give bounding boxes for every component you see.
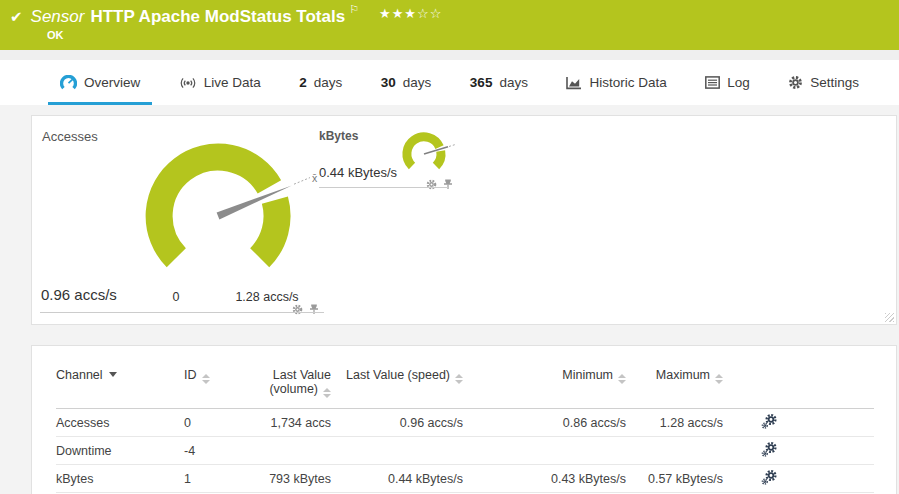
tab-log[interactable]: Log (693, 60, 762, 105)
gauge-settings-icon[interactable] (292, 301, 303, 319)
table-row: Downtime -4 (56, 437, 874, 465)
tab-label: days (314, 75, 343, 90)
gear-icon (788, 75, 803, 90)
gauge-pin-icon[interactable] (443, 176, 453, 194)
accesses-gauge[interactable]: x̄ (108, 116, 348, 316)
flag-icon[interactable]: ⚐ (349, 3, 359, 16)
channel-settings-gears-icon[interactable] (723, 413, 874, 429)
channel-table-panel: Channel ID Last Value (volume) Last Valu… (31, 345, 897, 494)
col-header-minimum[interactable]: Minimum (463, 368, 626, 409)
sort-icon (202, 374, 210, 384)
broadcast-icon (179, 76, 197, 90)
sort-icon (455, 374, 463, 384)
tab-historic-data[interactable]: Historic Data (554, 60, 678, 105)
gauge-settings-icon[interactable] (426, 176, 437, 194)
tab-365-days[interactable]: 365 days (458, 60, 540, 105)
priority-stars[interactable]: ★★★☆☆ (379, 6, 442, 21)
divider (40, 312, 324, 313)
cell-minimum (463, 437, 626, 465)
table-row: kBytes 1 793 kBytes 0.44 kBytes/s 0.43 k… (56, 465, 874, 493)
log-list-icon (705, 76, 720, 89)
tab-label: Historic Data (589, 75, 666, 90)
tab-bar: Overview Live Data 2 days 30 days 365 da… (0, 60, 899, 105)
cell-channel: Accesses (56, 409, 184, 437)
gauge-icon (60, 75, 77, 91)
channel-settings-gears-icon[interactable] (723, 441, 874, 457)
cell-minimum: 0.86 accs/s (463, 409, 626, 437)
tab-overview[interactable]: Overview (48, 60, 152, 105)
divider (0, 50, 899, 60)
cell-last-value-volume: 793 kBytes (256, 465, 331, 493)
divider (319, 187, 448, 188)
tab-label: Live Data (204, 75, 261, 90)
status-ok-check-icon: ✔ (10, 8, 23, 26)
cell-id: 0 (184, 409, 256, 437)
tab-live-data[interactable]: Live Data (167, 60, 273, 105)
cell-last-value-volume (256, 437, 331, 465)
resize-handle[interactable] (885, 313, 894, 322)
page-title: HTTP Apache ModStatus Totals (90, 7, 345, 27)
gauge-title-accesses: Accesses (42, 129, 98, 144)
tab-label: days (403, 75, 432, 90)
col-header-channel[interactable]: Channel (56, 368, 184, 409)
col-header-last-value-speed[interactable]: Last Value (speed) (331, 368, 463, 409)
col-header-maximum[interactable]: Maximum (626, 368, 723, 409)
sort-icon (715, 374, 723, 384)
cell-last-value-speed: 0.44 kBytes/s (331, 465, 463, 493)
cell-last-value-speed (331, 437, 463, 465)
col-header-last-value-volume[interactable]: Last Value (volume) (256, 368, 331, 409)
gauges-panel: Accesses x̄ 0 1.28 accs/s 0.96 accs/s kB… (31, 115, 897, 325)
cell-channel: kBytes (56, 465, 184, 493)
table-row: Accesses 0 1,734 accs 0.96 accs/s 0.86 a… (56, 409, 874, 437)
tab-number: 365 (470, 75, 493, 90)
cell-maximum: 1.28 accs/s (626, 409, 723, 437)
tab-settings[interactable]: Settings (776, 60, 871, 105)
channel-settings-gears-icon[interactable] (723, 469, 874, 485)
cell-maximum (626, 437, 723, 465)
chart-icon (566, 76, 582, 90)
gauge-current-value: 0.96 accs/s (41, 286, 117, 303)
tab-label: Overview (84, 75, 140, 90)
gauge-pin-icon[interactable] (309, 301, 319, 319)
cell-maximum: 0.57 kBytes/s (626, 465, 723, 493)
tab-30-days[interactable]: 30 days (369, 60, 444, 105)
table-header-row: Channel ID Last Value (volume) Last Valu… (56, 368, 874, 409)
status-badge: OK (47, 29, 64, 41)
object-kind-label: Sensor (31, 7, 85, 27)
cell-last-value-speed: 0.96 accs/s (331, 409, 463, 437)
col-header-id[interactable]: ID (184, 368, 256, 409)
gauge-scale-min: 0 (156, 290, 196, 304)
cell-id: -4 (184, 437, 256, 465)
tab-label: Settings (810, 75, 859, 90)
cell-last-value-volume: 1,734 accs (256, 409, 331, 437)
gauge-current-value: 0.44 kBytes/s (319, 165, 397, 180)
sort-icon (618, 374, 626, 384)
tab-label: days (499, 75, 528, 90)
sort-icon (323, 388, 331, 398)
tab-2-days[interactable]: 2 days (287, 60, 354, 105)
sensor-header: ✔ Sensor HTTP Apache ModStatus Totals ⚐ … (0, 0, 899, 50)
tab-number: 2 (299, 75, 307, 90)
gauge-title-kbytes: kBytes (319, 129, 358, 143)
tab-number: 30 (381, 75, 396, 90)
cell-id: 1 (184, 465, 256, 493)
tab-label: Log (727, 75, 750, 90)
cell-minimum: 0.43 kBytes/s (463, 465, 626, 493)
kbytes-gauge[interactable] (394, 122, 464, 182)
channel-table: Channel ID Last Value (volume) Last Valu… (56, 368, 874, 493)
average-marker: x̄ (312, 172, 318, 184)
cell-channel: Downtime (56, 437, 184, 465)
sort-desc-icon (109, 372, 117, 377)
